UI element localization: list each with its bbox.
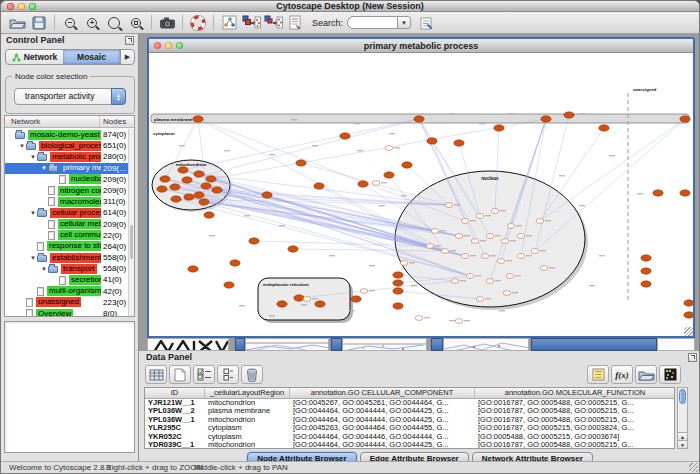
import-attributes-icon[interactable] bbox=[635, 365, 657, 384]
tab-overflow-arrow-icon[interactable]: ▶ bbox=[120, 50, 134, 64]
function-builder-icon[interactable]: f(x) bbox=[611, 365, 633, 384]
tree-row[interactable]: ▼establishment of lo558(0) bbox=[5, 252, 134, 263]
tree-row[interactable]: nitrogen compo209(0) bbox=[5, 185, 134, 196]
tree-row-label: response to stimulu bbox=[47, 241, 101, 251]
tree-row[interactable]: multi-organism pro42(0) bbox=[5, 286, 134, 297]
tree-row[interactable]: Overview8(0) bbox=[5, 308, 134, 317]
svg-text:plasma membrane: plasma membrane bbox=[154, 117, 193, 122]
zoom-out-icon[interactable]: − bbox=[60, 13, 80, 33]
matrix-view-icon[interactable] bbox=[659, 365, 681, 384]
network-view-titlebar[interactable]: primary metabolic process bbox=[149, 39, 693, 53]
tree-row[interactable]: unassigned223(0) bbox=[5, 297, 134, 308]
vizmapper-icon[interactable] bbox=[241, 13, 261, 33]
zoom-selected-icon[interactable] bbox=[104, 13, 124, 33]
table-column-header[interactable]: annotation.GO CELLULAR_COMPONENT bbox=[290, 388, 475, 398]
attribute-list-icon[interactable] bbox=[587, 365, 609, 384]
table-row[interactable]: YPL036W__2plasma membrane[GO:0044464, GO… bbox=[145, 407, 674, 415]
tree-row[interactable]: ▼transport558(0) bbox=[5, 263, 134, 274]
compartment-mitochondrion bbox=[152, 160, 230, 210]
tab-mosaic[interactable]: Mosaic bbox=[63, 50, 120, 64]
tree-row[interactable]: mosaic-demo-yeast874(0) bbox=[5, 129, 134, 140]
tree-row-label: macromolecule bbox=[58, 197, 101, 207]
unselect-attributes-icon[interactable] bbox=[217, 365, 239, 384]
search-input[interactable] bbox=[347, 16, 397, 29]
status-welcome: Welcome to Cytoscape 2.8.1 bbox=[9, 463, 111, 472]
table-column-header[interactable]: ID bbox=[145, 388, 205, 398]
search-dropdown-icon[interactable]: ▾ bbox=[397, 16, 411, 29]
view-resize-grip[interactable] bbox=[684, 327, 693, 336]
table-column-header[interactable]: annotation.GO MOLECULAR_FUNCTION bbox=[475, 388, 675, 398]
background-window-titlebar[interactable] bbox=[235, 338, 245, 351]
minimized-window-thumbnail[interactable] bbox=[657, 338, 695, 351]
tree-row[interactable]: nucleobase-209(0) bbox=[5, 174, 134, 185]
tree-row[interactable]: response to stimulu264(0) bbox=[5, 241, 134, 252]
tree-row[interactable]: ▼biological_process651(0) bbox=[5, 140, 134, 151]
table-row[interactable]: YLR295Ccytoplasm[GO:0045263, GO:0044464,… bbox=[145, 424, 674, 432]
float-panel-icon[interactable] bbox=[688, 353, 697, 362]
combo-stepper-icon[interactable]: ▲▼ bbox=[111, 88, 126, 105]
help-lifesaver-icon[interactable] bbox=[188, 13, 208, 33]
expand-triangle-icon[interactable]: ▼ bbox=[40, 266, 48, 272]
scrollbar-thumb[interactable] bbox=[679, 389, 686, 404]
expand-triangle-icon[interactable]: ▼ bbox=[29, 210, 37, 216]
annotation-page-icon[interactable] bbox=[285, 13, 305, 33]
table-row[interactable]: YDR039C__1mitochondrion[GO:0044464, GO:0… bbox=[145, 441, 674, 449]
table-row[interactable]: YJR121W__1mitochondrion[GO:0045267, GO:0… bbox=[145, 399, 674, 407]
tree-scrollbar[interactable] bbox=[128, 129, 134, 316]
scroll-up-icon[interactable]: ▲ bbox=[678, 432, 687, 440]
expand-triangle-icon[interactable]: ▼ bbox=[29, 255, 37, 261]
vizmapper-alt-icon[interactable] bbox=[263, 13, 283, 33]
expand-triangle-icon[interactable]: ▼ bbox=[29, 154, 37, 160]
table-row[interactable]: YPL036W__1mitochondrion[GO:0044464, GO:0… bbox=[145, 416, 674, 424]
table-cell: YDR039C__1 bbox=[145, 441, 205, 449]
tab-network[interactable]: Network bbox=[6, 50, 63, 64]
expand-triangle-icon[interactable]: ▼ bbox=[18, 143, 26, 149]
table-scrollbar[interactable]: ▲ ▼ bbox=[677, 387, 688, 449]
table-cell: [GO:0016787, GO:0005488, GO:0005215, G..… bbox=[475, 407, 675, 415]
scroll-down-icon[interactable]: ▼ bbox=[678, 440, 687, 448]
network-overview-icon[interactable] bbox=[219, 13, 239, 33]
background-window-titlebar[interactable] bbox=[531, 338, 657, 351]
minimized-window-thumbnail[interactable] bbox=[147, 338, 229, 351]
save-icon[interactable] bbox=[29, 13, 49, 33]
zoom-in-icon[interactable]: + bbox=[82, 13, 102, 33]
table-cell: cytoplasm bbox=[205, 433, 290, 441]
select-attributes-icon[interactable] bbox=[193, 365, 215, 384]
tree-row[interactable]: ▼cellular process614(0) bbox=[5, 207, 134, 218]
tree-row[interactable]: ▼metabolic process280(0) bbox=[5, 151, 134, 162]
expand-triangle-icon[interactable]: ▼ bbox=[40, 165, 48, 171]
tree-column-network[interactable]: Network bbox=[11, 117, 40, 126]
open-file-icon[interactable] bbox=[7, 13, 27, 33]
new-attribute-icon[interactable] bbox=[169, 365, 191, 384]
table-column-header[interactable]: _cellularLayoutRegion bbox=[205, 388, 290, 398]
tree-row[interactable]: cellular metabo209(0) bbox=[5, 219, 134, 230]
tree-row[interactable]: macromolecule311(0) bbox=[5, 196, 134, 207]
minimized-window-thumbnail[interactable] bbox=[342, 338, 427, 351]
zoom-fit-icon[interactable] bbox=[126, 13, 146, 33]
attribute-table-mode-icon[interactable] bbox=[145, 365, 167, 384]
network-canvas[interactable]: plasma membranecytoplasmmitochondrionnuc… bbox=[149, 53, 693, 336]
tree-row-label: mosaic-demo-yeast bbox=[28, 130, 101, 140]
delete-attribute-icon[interactable] bbox=[241, 365, 263, 384]
table-cell: [GO:0016787, GO:0005488, GO:0005215, G..… bbox=[475, 416, 675, 424]
table-row[interactable]: YKR052Ccytoplasm[GO:0044464, GO:0044446,… bbox=[145, 433, 674, 441]
birds-eye-view[interactable] bbox=[4, 321, 135, 453]
node-color-select[interactable]: transporter activity ▲▼ bbox=[14, 88, 126, 105]
float-panel-icon[interactable] bbox=[125, 36, 134, 45]
minimized-window-thumbnail[interactable] bbox=[443, 338, 529, 351]
search-config-icon[interactable] bbox=[417, 13, 437, 33]
window-resize-grip[interactable] bbox=[689, 463, 698, 472]
network-view-window[interactable]: primary metabolic process plasma membran… bbox=[147, 37, 695, 338]
minimized-window-thumbnail[interactable] bbox=[245, 338, 329, 351]
background-window-titlebar[interactable] bbox=[331, 338, 342, 351]
background-window-titlebar[interactable] bbox=[431, 338, 443, 351]
folder-icon bbox=[37, 154, 47, 161]
tree-column-nodes[interactable]: Nodes bbox=[103, 117, 126, 126]
tree-row[interactable]: cell communicat22(0) bbox=[5, 230, 134, 241]
svg-text:unassigned: unassigned bbox=[633, 87, 657, 92]
tree-row-label: metabolic process bbox=[50, 152, 101, 162]
tree-row[interactable]: ▼primary metabo209(... bbox=[5, 163, 134, 174]
table-cell: [GO:0044464, GO:0044444, GO:0044425, G..… bbox=[290, 407, 475, 415]
tree-row[interactable]: secretion41(0) bbox=[5, 274, 134, 285]
snapshot-camera-icon[interactable] bbox=[157, 13, 177, 33]
